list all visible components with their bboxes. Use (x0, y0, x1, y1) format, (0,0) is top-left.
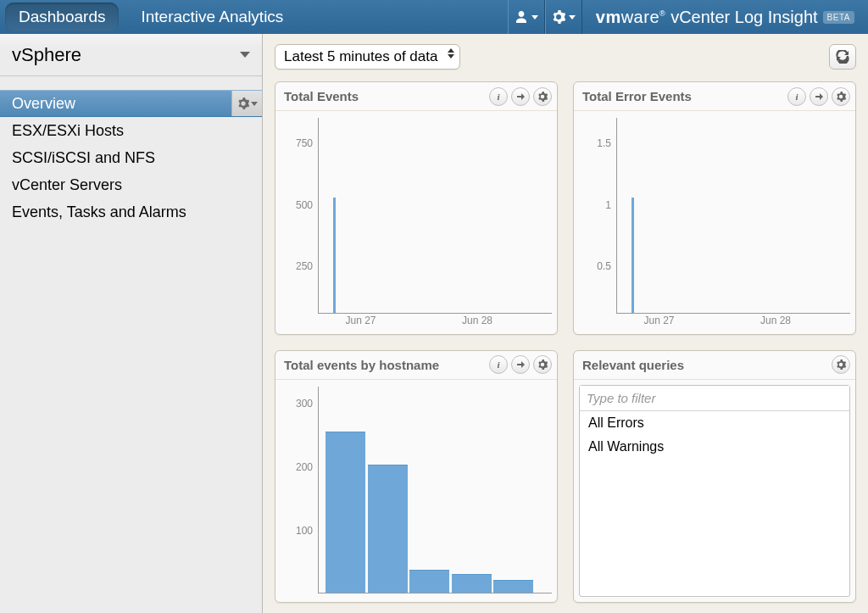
sidebar-item-vcenter-servers[interactable]: vCenter Servers (0, 171, 262, 198)
y-tick: 1 (605, 199, 611, 211)
widget-title: Total events by hostname (284, 358, 486, 372)
widget-title: Relevant queries (582, 358, 828, 372)
svg-text:i: i (497, 92, 500, 102)
y-tick: 100 (296, 525, 313, 537)
bar (493, 580, 533, 593)
sidebar-item-scsi-nfs[interactable]: SCSI/iSCSI and NFS (0, 144, 262, 171)
sidebar-item-label: Overview (12, 95, 75, 113)
x-tick: Jun 27 (643, 315, 674, 326)
widget-info-button[interactable]: i (787, 87, 806, 106)
sidebar-item-label: Events, Tasks and Alarms (12, 203, 186, 221)
chevron-down-icon (569, 15, 576, 20)
toolbar: Latest 5 minutes of data (275, 44, 856, 70)
bar (326, 432, 365, 593)
brand-logo: vmware® (596, 8, 665, 27)
query-item[interactable]: All Errors (580, 411, 849, 435)
query-item[interactable]: All Warnings (580, 435, 849, 459)
sidebar-section-title: vSphere (12, 44, 81, 66)
widget-settings-button[interactable] (832, 355, 850, 374)
chart-total-events: 750 500 250 Jun 27 Jun 28 (281, 118, 552, 331)
main-area: Latest 5 minutes of data Total Events i (263, 34, 868, 613)
x-tick: Jun 28 (462, 315, 492, 326)
sidebar-item-overview[interactable]: Overview (0, 90, 262, 117)
widget-total-error-events: Total Error Events i 1.5 1 0.5 (573, 81, 856, 335)
gear-icon (552, 10, 565, 24)
chevron-down-icon (251, 102, 258, 106)
gear-icon (537, 359, 548, 370)
queries-list: All Errors All Warnings (579, 385, 850, 598)
stepper-icon (448, 48, 454, 59)
user-icon (515, 10, 528, 24)
y-tick: 750 (296, 137, 313, 149)
product-title: vmware® vCenter Log Insight BETA (582, 8, 863, 27)
gear-icon (237, 98, 249, 109)
info-icon: i (792, 92, 802, 102)
product-name: vCenter Log Insight (670, 8, 817, 27)
info-icon: i (493, 359, 504, 370)
bar (409, 570, 449, 593)
gear-icon (537, 92, 548, 102)
user-menu[interactable] (508, 0, 545, 34)
sidebar-item-gear[interactable] (231, 91, 262, 116)
sidebar-item-label: vCenter Servers (12, 176, 122, 194)
y-tick: 500 (296, 199, 313, 211)
x-tick: Jun 27 (345, 315, 376, 326)
widget-title: Total Error Events (582, 89, 784, 103)
sidebar-item-label: SCSI/iSCSI and NFS (12, 149, 155, 167)
refresh-button[interactable] (829, 44, 856, 70)
time-range-label: Latest 5 minutes of data (284, 48, 437, 65)
info-icon: i (493, 92, 504, 102)
settings-menu[interactable] (545, 0, 582, 34)
gear-icon (836, 359, 846, 370)
widget-goto-button[interactable] (511, 355, 530, 374)
widget-info-button[interactable]: i (489, 87, 508, 106)
nav-tab-dashboards[interactable]: Dashboards (5, 3, 119, 31)
y-tick: 200 (296, 461, 313, 473)
y-tick: 1.5 (597, 137, 611, 149)
arrow-right-icon (814, 92, 824, 102)
chevron-down-icon (531, 15, 538, 20)
widget-settings-button[interactable] (832, 87, 850, 106)
widget-title: Total Events (284, 89, 486, 103)
widget-settings-button[interactable] (533, 355, 552, 374)
bar (368, 465, 408, 593)
sidebar-item-label: ESX/ESXi Hosts (12, 122, 124, 140)
chart-total-error-events: 1.5 1 0.5 Jun 27 Jun 28 (579, 118, 850, 331)
widget-goto-button[interactable] (511, 87, 530, 106)
y-tick: 300 (296, 398, 313, 410)
y-tick: 0.5 (597, 260, 611, 272)
widget-events-by-hostname: Total events by hostname i 300 200 100 (275, 350, 558, 604)
chart-events-by-hostname: 300 200 100 (281, 387, 552, 599)
svg-text:i: i (497, 359, 500, 370)
x-tick: Jun 28 (760, 315, 791, 326)
widget-goto-button[interactable] (810, 87, 828, 106)
widget-total-events: Total Events i 750 500 250 (275, 81, 558, 335)
top-bar: Dashboards Interactive Analytics vmware®… (0, 0, 868, 34)
refresh-icon (836, 50, 849, 64)
svg-text:i: i (795, 92, 798, 102)
chevron-down-icon (240, 52, 250, 58)
nav-tab-interactive-analytics[interactable]: Interactive Analytics (127, 3, 297, 31)
gear-icon (836, 92, 846, 102)
bar (452, 574, 492, 593)
queries-filter-input[interactable] (580, 386, 849, 411)
time-range-select[interactable]: Latest 5 minutes of data (275, 44, 460, 70)
sidebar-item-events-tasks-alarms[interactable]: Events, Tasks and Alarms (0, 198, 262, 226)
widget-relevant-queries: Relevant queries All Errors All Warnings (573, 350, 856, 604)
arrow-right-icon (515, 359, 526, 370)
sidebar: vSphere Overview ESX/ESXi Hosts SCSI/iSC… (0, 34, 263, 613)
beta-badge: BETA (823, 11, 854, 24)
widget-info-button[interactable]: i (489, 355, 508, 374)
widget-settings-button[interactable] (533, 87, 552, 106)
sidebar-section-header[interactable]: vSphere (0, 34, 262, 76)
y-tick: 250 (296, 260, 313, 272)
sidebar-item-esx-hosts[interactable]: ESX/ESXi Hosts (0, 117, 262, 144)
arrow-right-icon (515, 92, 526, 102)
